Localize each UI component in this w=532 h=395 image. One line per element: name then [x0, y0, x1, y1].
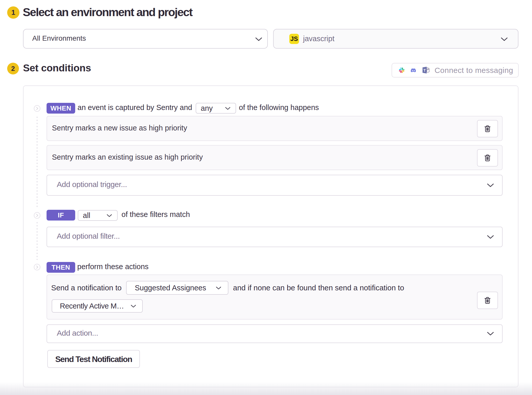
svg-text:T: T [424, 68, 426, 72]
